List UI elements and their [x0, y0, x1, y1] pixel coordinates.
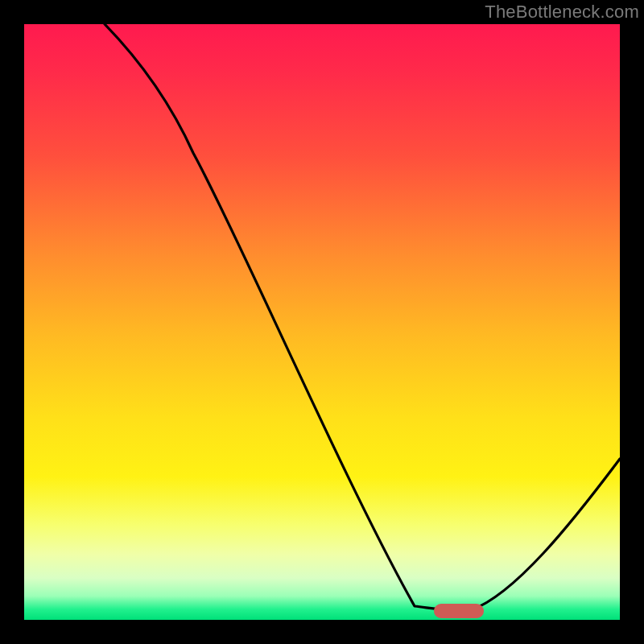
watermark-text: TheBottleneck.com: [485, 2, 639, 23]
plot-area: [24, 24, 620, 620]
optimal-marker: [434, 604, 484, 618]
bottleneck-curve: [24, 24, 620, 620]
chart-frame: TheBottleneck.com: [0, 0, 644, 644]
